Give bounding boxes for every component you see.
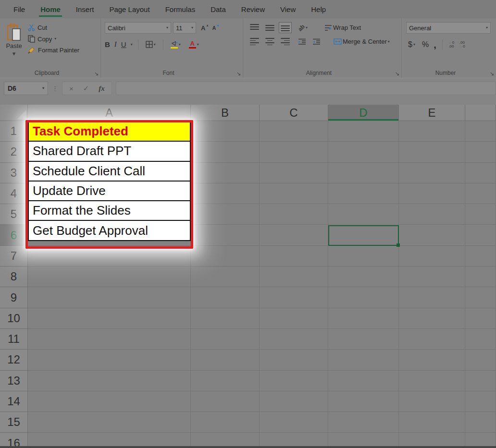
formula-input[interactable] <box>116 82 496 95</box>
cell[interactable] <box>465 225 496 245</box>
row-header-2[interactable]: 2 <box>0 142 28 162</box>
task-cell[interactable]: Schedule Client Call <box>28 161 191 182</box>
cell[interactable] <box>465 163 496 183</box>
cell[interactable] <box>328 308 399 329</box>
row-header-1[interactable]: 1 <box>0 121 28 142</box>
row-header-10[interactable]: 10 <box>0 308 28 329</box>
tab-view[interactable]: View <box>273 0 303 18</box>
format-painter-button[interactable]: Format Painter <box>28 47 79 54</box>
cell[interactable] <box>465 308 496 329</box>
cell[interactable] <box>399 329 465 350</box>
cell[interactable] <box>260 121 328 142</box>
cell[interactable] <box>260 308 328 329</box>
cell[interactable] <box>328 350 399 370</box>
column-header-d[interactable]: D <box>328 105 399 121</box>
cell[interactable] <box>191 121 260 142</box>
column-header-c[interactable]: C <box>260 105 328 121</box>
cell[interactable] <box>191 371 260 391</box>
align-bottom-button[interactable] <box>279 22 292 33</box>
cell[interactable] <box>260 163 328 183</box>
cell[interactable] <box>399 391 465 412</box>
font-dialog-launcher-icon[interactable]: ↘ <box>236 71 241 76</box>
task-cell[interactable]: Format the Slides <box>28 200 191 221</box>
cell[interactable] <box>260 391 328 412</box>
row-header-8[interactable]: 8 <box>0 266 28 287</box>
tab-formulas[interactable]: Formulas <box>158 0 203 18</box>
insert-function-icon[interactable]: fx <box>99 85 105 93</box>
cell[interactable] <box>328 183 399 204</box>
cell[interactable] <box>260 246 328 266</box>
underline-button[interactable]: U <box>121 40 126 48</box>
cell[interactable] <box>399 246 465 266</box>
cell[interactable] <box>191 350 260 370</box>
cell[interactable] <box>399 142 465 162</box>
cell[interactable] <box>28 371 191 391</box>
cell[interactable] <box>191 308 260 329</box>
task-cell[interactable]: Shared Draft PPT <box>28 141 191 161</box>
tab-home[interactable]: Home <box>33 0 68 18</box>
cell[interactable] <box>191 266 260 287</box>
cell[interactable] <box>465 287 496 308</box>
cell[interactable] <box>399 163 465 183</box>
cell[interactable] <box>260 412 328 433</box>
alignment-dialog-launcher-icon[interactable]: ↘ <box>395 71 399 76</box>
row-header-3[interactable]: 3 <box>0 163 28 183</box>
cell[interactable] <box>260 183 328 204</box>
cell[interactable] <box>28 329 191 350</box>
cell[interactable] <box>399 412 465 433</box>
cell[interactable] <box>191 412 260 433</box>
cell[interactable] <box>260 142 328 162</box>
cell[interactable] <box>465 329 496 350</box>
align-left-button[interactable] <box>248 36 261 47</box>
clipboard-dialog-launcher-icon[interactable]: ↘ <box>94 71 99 76</box>
row-header-15[interactable]: 15 <box>0 412 28 433</box>
cell[interactable] <box>328 287 399 308</box>
cell[interactable] <box>399 287 465 308</box>
row-header-13[interactable]: 13 <box>0 371 28 391</box>
percent-style-button[interactable]: % <box>422 40 429 49</box>
cell[interactable] <box>260 204 328 225</box>
cell[interactable] <box>465 142 496 162</box>
row-header-7[interactable]: 7 <box>0 246 28 266</box>
decrease-font-size-button[interactable]: A▾ <box>210 23 221 33</box>
cell[interactable] <box>399 183 465 204</box>
cell[interactable] <box>465 371 496 391</box>
cell[interactable] <box>191 329 260 350</box>
cell[interactable] <box>28 391 191 412</box>
cell[interactable] <box>328 329 399 350</box>
increase-font-size-button[interactable]: A▴ <box>199 23 210 34</box>
comma-style-button[interactable]: , <box>434 42 436 48</box>
cell[interactable] <box>399 371 465 391</box>
column-header-a[interactable]: A <box>28 105 191 121</box>
fill-color-button[interactable]: ▾ <box>169 39 183 50</box>
more-options-icon[interactable]: ⋮ <box>52 85 58 92</box>
cell[interactable] <box>399 350 465 370</box>
cell[interactable] <box>465 350 496 370</box>
align-middle-button[interactable] <box>263 22 276 33</box>
merge-center-button[interactable]: Merge & Center ▾ <box>332 36 392 47</box>
cell[interactable] <box>465 391 496 412</box>
cell[interactable] <box>260 266 328 287</box>
cell[interactable] <box>328 121 399 142</box>
cell[interactable] <box>191 287 260 308</box>
cancel-icon[interactable]: × <box>69 85 74 93</box>
increase-indent-button[interactable] <box>310 36 322 47</box>
cell[interactable] <box>191 163 260 183</box>
cell[interactable] <box>465 266 496 287</box>
cell[interactable] <box>28 287 191 308</box>
cell[interactable] <box>260 287 328 308</box>
cell[interactable] <box>399 121 465 142</box>
align-right-button[interactable] <box>279 36 292 47</box>
align-center-button[interactable] <box>263 36 276 47</box>
cell[interactable] <box>328 163 399 183</box>
task-header-cell[interactable]: Task Completed <box>28 121 191 142</box>
column-header-partial[interactable] <box>465 105 496 121</box>
row-header-12[interactable]: 12 <box>0 350 28 370</box>
accounting-format-button[interactable]: $ ▾ <box>406 38 417 51</box>
cell[interactable] <box>28 246 191 266</box>
cell[interactable] <box>465 121 496 142</box>
cell[interactable] <box>260 329 328 350</box>
tab-data[interactable]: Data <box>203 0 234 18</box>
cell[interactable] <box>191 391 260 412</box>
copy-button[interactable]: Copy ▾ <box>28 35 79 43</box>
